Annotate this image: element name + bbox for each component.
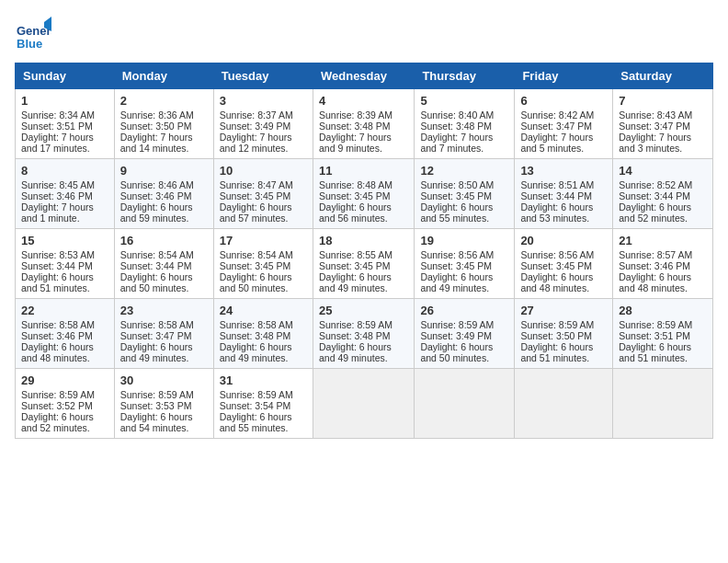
daylight: Daylight: 7 hours and 17 minutes. — [21, 132, 94, 154]
daylight: Daylight: 6 hours and 50 minutes. — [120, 271, 193, 293]
day-number: 12 — [420, 164, 508, 178]
calendar-cell: 15Sunrise: 8:53 AMSunset: 3:44 PMDayligh… — [16, 229, 115, 299]
sunset: Sunset: 3:44 PM — [619, 190, 690, 201]
day-number: 6 — [520, 94, 607, 108]
calendar-cell: 20Sunrise: 8:56 AMSunset: 3:45 PMDayligh… — [515, 229, 613, 299]
sunset: Sunset: 3:48 PM — [220, 330, 291, 341]
sunset: Sunset: 3:45 PM — [520, 260, 592, 271]
sunrise: Sunrise: 8:59 AM — [220, 389, 293, 400]
col-header-sunday: Sunday — [16, 63, 115, 89]
sunset: Sunset: 3:44 PM — [520, 190, 592, 201]
daylight: Daylight: 7 hours and 9 minutes. — [319, 132, 392, 154]
calendar-cell: 2Sunrise: 8:36 AMSunset: 3:50 PMDaylight… — [114, 89, 213, 159]
sunrise: Sunrise: 8:47 AM — [220, 179, 293, 190]
sunrise: Sunrise: 8:42 AM — [520, 109, 594, 121]
sunrise: Sunrise: 8:59 AM — [319, 319, 392, 330]
sunset: Sunset: 3:47 PM — [520, 121, 592, 132]
sunset: Sunset: 3:45 PM — [319, 190, 391, 201]
sunrise: Sunrise: 8:57 AM — [619, 249, 692, 260]
sunset: Sunset: 3:45 PM — [420, 190, 492, 201]
sunset: Sunset: 3:46 PM — [21, 330, 93, 341]
daylight: Daylight: 7 hours and 12 minutes. — [220, 132, 292, 154]
sunrise: Sunrise: 8:56 AM — [520, 249, 594, 260]
calendar-cell — [515, 369, 613, 439]
col-header-saturday: Saturday — [613, 63, 713, 89]
day-number: 4 — [319, 94, 408, 108]
daylight: Daylight: 7 hours and 3 minutes. — [619, 132, 691, 154]
daylight: Daylight: 7 hours and 1 minute. — [21, 201, 94, 224]
daylight: Daylight: 6 hours and 51 minutes. — [520, 341, 593, 363]
calendar-cell: 8Sunrise: 8:45 AMSunset: 3:46 PMDaylight… — [16, 159, 115, 229]
sunset: Sunset: 3:45 PM — [319, 260, 391, 271]
sunrise: Sunrise: 8:46 AM — [120, 179, 194, 190]
calendar-cell: 7Sunrise: 8:43 AMSunset: 3:47 PMDaylight… — [613, 89, 713, 159]
sunrise: Sunrise: 8:51 AM — [520, 179, 594, 190]
sunset: Sunset: 3:48 PM — [319, 330, 391, 341]
sunset: Sunset: 3:45 PM — [220, 260, 291, 271]
sunset: Sunset: 3:54 PM — [220, 400, 291, 411]
daylight: Daylight: 7 hours and 5 minutes. — [520, 132, 593, 154]
calendar-table: SundayMondayTuesdayWednesdayThursdayFrid… — [15, 63, 713, 439]
daylight: Daylight: 6 hours and 52 minutes. — [619, 201, 691, 224]
page-header: General Blue — [15, 15, 713, 52]
day-number: 27 — [520, 304, 607, 317]
daylight: Daylight: 6 hours and 49 minutes. — [120, 341, 193, 363]
svg-text:Blue: Blue — [17, 37, 42, 51]
calendar-cell: 10Sunrise: 8:47 AMSunset: 3:45 PMDayligh… — [213, 159, 313, 229]
sunrise: Sunrise: 8:59 AM — [21, 389, 95, 400]
sunrise: Sunrise: 8:40 AM — [420, 109, 494, 121]
day-number: 18 — [319, 234, 408, 247]
calendar-cell: 4Sunrise: 8:39 AMSunset: 3:48 PMDaylight… — [313, 89, 414, 159]
day-number: 5 — [420, 94, 508, 108]
calendar-cell: 16Sunrise: 8:54 AMSunset: 3:44 PMDayligh… — [114, 229, 213, 299]
calendar-cell: 30Sunrise: 8:59 AMSunset: 3:53 PMDayligh… — [114, 369, 213, 439]
daylight: Daylight: 6 hours and 57 minutes. — [220, 201, 292, 224]
sunrise: Sunrise: 8:43 AM — [619, 109, 692, 121]
daylight: Daylight: 6 hours and 51 minutes. — [21, 271, 94, 293]
logo: General Blue — [15, 15, 55, 52]
sunrise: Sunrise: 8:59 AM — [120, 389, 194, 400]
sunset: Sunset: 3:44 PM — [21, 260, 93, 271]
daylight: Daylight: 6 hours and 55 minutes. — [220, 411, 292, 433]
sunset: Sunset: 3:49 PM — [220, 121, 291, 132]
calendar-cell — [613, 369, 713, 439]
day-number: 22 — [21, 304, 108, 317]
sunset: Sunset: 3:47 PM — [120, 330, 192, 341]
day-number: 24 — [220, 304, 307, 317]
sunset: Sunset: 3:44 PM — [120, 260, 192, 271]
calendar-cell — [313, 369, 414, 439]
daylight: Daylight: 6 hours and 49 minutes. — [220, 341, 292, 363]
sunset: Sunset: 3:45 PM — [420, 260, 492, 271]
sunset: Sunset: 3:49 PM — [420, 330, 492, 341]
day-number: 16 — [120, 234, 208, 247]
sunrise: Sunrise: 8:59 AM — [619, 319, 692, 330]
daylight: Daylight: 6 hours and 55 minutes. — [420, 201, 493, 224]
daylight: Daylight: 6 hours and 49 minutes. — [319, 271, 392, 293]
sunrise: Sunrise: 8:52 AM — [619, 179, 692, 190]
sunrise: Sunrise: 8:45 AM — [21, 179, 95, 190]
calendar-cell: 31Sunrise: 8:59 AMSunset: 3:54 PMDayligh… — [213, 369, 313, 439]
calendar-cell: 3Sunrise: 8:37 AMSunset: 3:49 PMDaylight… — [213, 89, 313, 159]
daylight: Daylight: 6 hours and 48 minutes. — [619, 271, 691, 293]
day-number: 25 — [319, 304, 408, 317]
sunset: Sunset: 3:50 PM — [120, 121, 192, 132]
day-number: 11 — [319, 164, 408, 178]
day-number: 10 — [220, 164, 307, 178]
sunrise: Sunrise: 8:54 AM — [120, 249, 194, 260]
col-header-tuesday: Tuesday — [213, 63, 313, 89]
sunrise: Sunrise: 8:56 AM — [420, 249, 494, 260]
sunset: Sunset: 3:51 PM — [21, 121, 93, 132]
daylight: Daylight: 7 hours and 7 minutes. — [420, 132, 493, 154]
daylight: Daylight: 6 hours and 52 minutes. — [21, 411, 94, 433]
day-number: 8 — [21, 164, 108, 178]
col-header-monday: Monday — [114, 63, 213, 89]
day-number: 28 — [619, 304, 707, 317]
day-number: 14 — [619, 164, 707, 178]
sunset: Sunset: 3:48 PM — [420, 121, 492, 132]
daylight: Daylight: 6 hours and 48 minutes. — [520, 271, 593, 293]
day-number: 19 — [420, 234, 508, 247]
calendar-cell: 29Sunrise: 8:59 AMSunset: 3:52 PMDayligh… — [16, 369, 115, 439]
daylight: Daylight: 6 hours and 49 minutes. — [420, 271, 493, 293]
sunrise: Sunrise: 8:54 AM — [220, 249, 293, 260]
col-header-wednesday: Wednesday — [313, 63, 414, 89]
